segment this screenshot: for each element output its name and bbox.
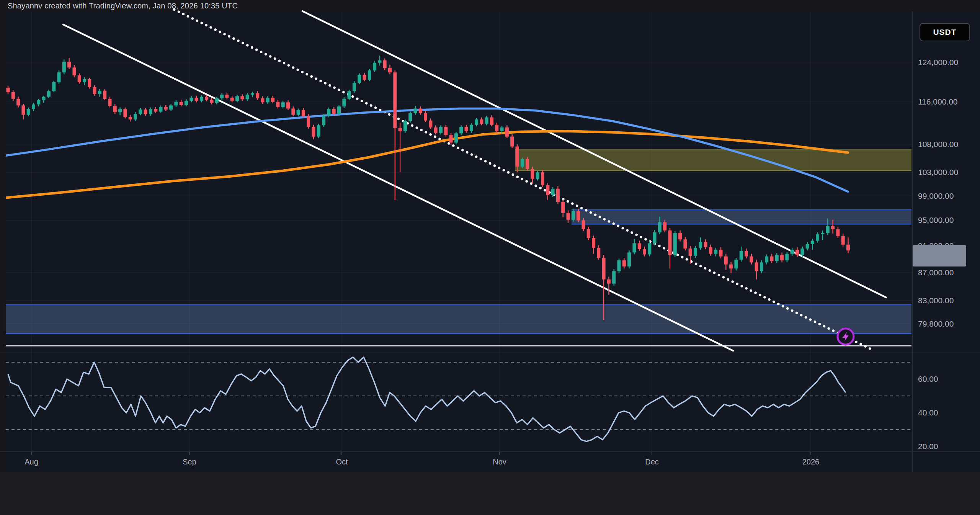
candle-body <box>607 280 611 284</box>
candle-body <box>475 119 478 125</box>
candle-body <box>322 116 325 125</box>
candle-body <box>368 70 371 80</box>
candle-body <box>47 91 51 97</box>
candle-body <box>291 108 295 114</box>
candle-body <box>831 226 835 229</box>
chart-canvas[interactable]: 124,000.00116,000.00108,000.00103,000.00… <box>0 0 980 515</box>
candle-body <box>98 91 101 94</box>
candle-body <box>490 118 493 125</box>
candle-body <box>312 127 315 136</box>
candle-body <box>317 125 320 136</box>
candle-body <box>200 97 203 101</box>
candle-body <box>454 133 458 142</box>
left-gutter <box>0 11 6 472</box>
candle-body <box>230 98 234 101</box>
candle-body <box>342 99 346 106</box>
candle-body <box>694 248 697 256</box>
candle-body <box>719 250 723 256</box>
candle-body <box>205 97 208 100</box>
candle-body <box>215 98 219 103</box>
candle-body <box>724 257 728 265</box>
candle-body <box>699 242 702 248</box>
candle-body <box>276 102 279 107</box>
candle-body <box>602 258 606 280</box>
time-axis[interactable] <box>0 452 911 472</box>
candle-body <box>388 68 392 72</box>
candle-body <box>760 262 763 271</box>
candle-body <box>806 244 809 249</box>
candle-body <box>587 229 590 238</box>
candle-body <box>581 220 585 229</box>
lightning-marker[interactable] <box>838 329 854 345</box>
candle-body <box>93 87 96 94</box>
candle-body <box>62 62 66 72</box>
candle-body <box>27 109 30 115</box>
candle-body <box>678 233 682 239</box>
candle-body <box>663 222 666 230</box>
candle-body <box>52 82 56 91</box>
candle-body <box>449 135 453 142</box>
candle-body <box>465 127 468 131</box>
candle-body <box>246 95 249 99</box>
candle-body <box>577 211 580 220</box>
candle-body <box>103 91 106 99</box>
candle-body <box>220 95 224 98</box>
candle-body <box>195 98 198 101</box>
candle-body <box>378 60 381 63</box>
candle-body <box>159 107 163 111</box>
candle-body <box>800 249 804 255</box>
candle-body <box>123 109 127 117</box>
candle-body <box>327 109 330 116</box>
candle-body <box>225 95 229 98</box>
candle-body <box>516 146 519 167</box>
candle-body <box>526 159 529 169</box>
candle-body <box>414 108 417 113</box>
candle-body <box>189 98 193 101</box>
candle-body <box>434 128 438 133</box>
candle-body <box>16 99 20 105</box>
candle-body <box>536 172 539 179</box>
candle-body <box>307 116 310 127</box>
candle-body <box>836 229 840 236</box>
candle-body <box>302 110 305 116</box>
candle-body <box>734 260 738 268</box>
candle-body <box>72 67 76 75</box>
candle-body <box>67 62 71 67</box>
candle-body <box>485 118 488 124</box>
candle-body <box>740 251 743 260</box>
candle-body <box>745 251 748 257</box>
candle-body <box>683 239 687 249</box>
candle-body <box>816 234 819 241</box>
candle-body <box>689 249 692 256</box>
resistance-zone-blue <box>572 210 911 224</box>
candle-body <box>235 96 239 101</box>
candle-body <box>271 98 274 102</box>
candle-body <box>459 127 463 133</box>
candle-body <box>673 233 677 255</box>
candle-body <box>429 121 432 128</box>
candle-body <box>210 100 214 103</box>
candle-body <box>88 79 91 87</box>
candle-body <box>399 128 402 131</box>
candle-body <box>821 233 825 234</box>
candle-body <box>612 271 616 283</box>
candle-body <box>332 109 336 114</box>
candle-body <box>643 249 646 255</box>
candle-body <box>846 245 850 250</box>
candle-body <box>444 127 448 135</box>
candle-body <box>632 243 636 252</box>
candle-body <box>638 243 641 249</box>
candle-body <box>439 127 443 132</box>
candle-body <box>78 75 81 82</box>
footer-bar: TradingView <box>0 472 980 515</box>
candle-body <box>21 105 25 114</box>
candle-body <box>653 232 657 244</box>
support-zone-blue <box>0 305 911 334</box>
candle-body <box>32 105 35 109</box>
candle-body <box>7 88 10 92</box>
candle-body <box>149 109 152 114</box>
price-axis[interactable] <box>912 11 980 452</box>
candle-body <box>83 79 86 82</box>
candle-body <box>164 107 168 110</box>
candle-body <box>393 72 397 128</box>
